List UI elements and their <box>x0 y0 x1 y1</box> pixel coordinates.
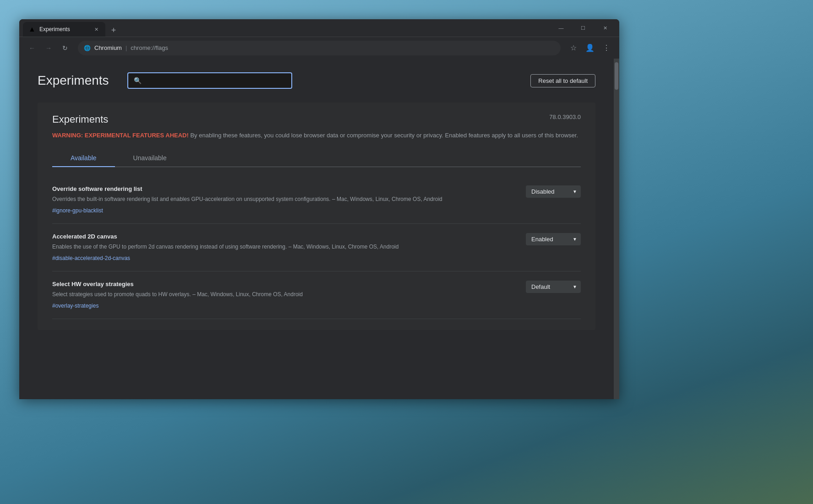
bookmark-button[interactable]: ☆ <box>566 41 581 55</box>
address-bar[interactable]: 🌐 Chromium | chrome://flags <box>78 41 561 55</box>
experiment-item-1: Accelerated 2D canvas Enables the use of… <box>52 224 581 271</box>
new-tab-button[interactable]: + <box>107 24 120 37</box>
experiment-desc-1: Enables the use of the GPU to perform 2d… <box>52 243 517 251</box>
experiment-info-0: Override software rendering list Overrid… <box>52 185 517 214</box>
forward-button[interactable]: → <box>41 41 56 55</box>
reload-button[interactable]: ↻ <box>58 41 72 55</box>
window-controls: — ☐ ✕ <box>551 21 616 35</box>
experiments-panel: Experiments 78.0.3903.0 WARNING: EXPERIM… <box>38 103 595 330</box>
nav-right-controls: ☆ 👤 ⋮ <box>566 41 614 55</box>
tab-close-button[interactable]: ✕ <box>93 26 100 33</box>
site-security-icon: 🌐 <box>83 44 91 52</box>
site-name: Chromium <box>94 44 122 51</box>
experiment-name-0: Override software rendering list <box>52 185 517 192</box>
tab-unavailable[interactable]: Unavailable <box>115 150 185 167</box>
experiment-info-1: Accelerated 2D canvas Enables the use of… <box>52 233 517 262</box>
search-input[interactable] <box>146 77 286 84</box>
experiment-control-1: Default Disabled Enabled ▼ <box>526 233 581 245</box>
experiments-page: Experiments 🔍 Reset all to default Exper… <box>19 59 614 399</box>
maximize-button[interactable]: ☐ <box>573 21 594 35</box>
dropdown-wrapper-1: Default Disabled Enabled ▼ <box>526 233 581 245</box>
experiment-item-2: Select HW overlay strategies Select stra… <box>52 271 581 319</box>
experiment-dropdown-2[interactable]: Default Disabled Enabled <box>526 281 581 293</box>
back-button[interactable]: ← <box>25 41 39 55</box>
scrollbar-thumb[interactable] <box>615 62 618 90</box>
page-content: Experiments 🔍 Reset all to default Exper… <box>19 59 619 399</box>
navigation-bar: ← → ↻ 🌐 Chromium | chrome://flags ☆ 👤 ⋮ <box>19 37 619 59</box>
experiment-item-0: Override software rendering list Overrid… <box>52 176 581 224</box>
search-box[interactable]: 🔍 <box>127 72 292 89</box>
version-text: 78.0.3903.0 <box>549 114 581 120</box>
browser-window: ▲ Experiments ✕ + — ☐ ✕ ← → ↻ 🌐 Chromium… <box>19 19 619 399</box>
page-header: Experiments 🔍 Reset all to default <box>38 68 595 93</box>
scrollbar[interactable] <box>614 59 619 399</box>
dropdown-wrapper-0: Default Disabled Enabled ▼ <box>526 185 581 198</box>
url-separator: | <box>125 44 127 51</box>
experiment-name-1: Accelerated 2D canvas <box>52 233 517 240</box>
experiment-desc-2: Select strategies used to promote quads … <box>52 290 517 298</box>
page-title: Experiments <box>38 73 109 88</box>
experiment-dropdown-0[interactable]: Default Disabled Enabled <box>526 185 581 198</box>
url-text: chrome://flags <box>131 44 168 51</box>
warning-body: By enabling these features, you could lo… <box>190 132 578 139</box>
profile-button[interactable]: 👤 <box>583 41 597 55</box>
active-tab[interactable]: ▲ Experiments ✕ <box>23 22 105 37</box>
reset-all-button[interactable]: Reset all to default <box>530 74 595 87</box>
close-button[interactable]: ✕ <box>595 21 616 35</box>
experiment-desc-0: Overrides the built-in software renderin… <box>52 195 517 203</box>
title-bar: ▲ Experiments ✕ + — ☐ ✕ <box>19 19 619 37</box>
menu-button[interactable]: ⋮ <box>599 41 614 55</box>
experiment-control-0: Default Disabled Enabled ▼ <box>526 185 581 198</box>
warning-label: WARNING: EXPERIMENTAL FEATURES AHEAD! <box>52 132 189 139</box>
experiment-link-2[interactable]: #overlay-strategies <box>52 303 98 309</box>
warning-paragraph: WARNING: EXPERIMENTAL FEATURES AHEAD! By… <box>52 131 581 141</box>
experiment-control-2: Default Disabled Enabled ▼ <box>526 281 581 293</box>
tab-title: Experiments <box>39 26 89 33</box>
experiment-dropdown-1[interactable]: Default Disabled Enabled <box>526 233 581 245</box>
experiment-link-0[interactable]: #ignore-gpu-blacklist <box>52 207 103 214</box>
minimize-button[interactable]: — <box>551 21 572 35</box>
tab-available[interactable]: Available <box>52 150 115 167</box>
experiment-name-2: Select HW overlay strategies <box>52 281 517 287</box>
tab-favicon: ▲ <box>28 26 36 33</box>
panel-title: Experiments <box>52 114 108 125</box>
dropdown-wrapper-2: Default Disabled Enabled ▼ <box>526 281 581 293</box>
experiment-info-2: Select HW overlay strategies Select stra… <box>52 281 517 309</box>
panel-header: Experiments 78.0.3903.0 <box>52 114 581 125</box>
search-icon: 🔍 <box>134 77 142 84</box>
experiment-link-1[interactable]: #disable-accelerated-2d-canvas <box>52 255 130 261</box>
tabs-container: Available Unavailable <box>52 150 581 167</box>
tab-strip: ▲ Experiments ✕ + <box>23 19 551 37</box>
